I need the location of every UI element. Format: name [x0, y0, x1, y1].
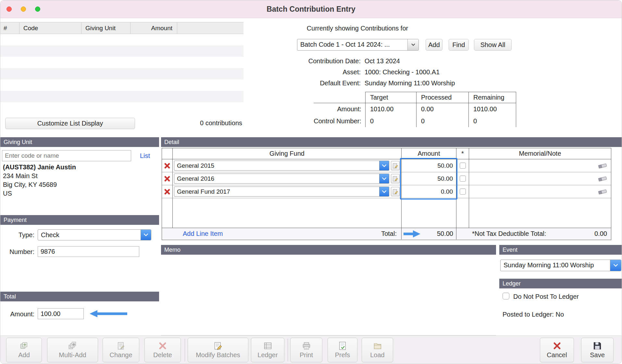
giving-unit-name: (AUST382) Janie Austin — [3, 164, 76, 171]
event-select[interactable]: Sunday Morning 11:00 Worship — [500, 260, 621, 271]
giving-fund-value: General 2016 — [174, 174, 379, 183]
total-section-header: Total — [0, 292, 159, 301]
detail-section-header: Detail — [161, 137, 622, 147]
batch-select[interactable]: Batch Code 1 - Oct 14 2024: ... — [297, 39, 419, 51]
modify-batches-button[interactable]: Modify Batches — [188, 338, 248, 362]
posted-to-ledger-status: Posted to Ledger: No — [503, 311, 564, 318]
not-tax-deductible-checkbox[interactable] — [460, 176, 466, 182]
asset-label: Asset: — [228, 68, 361, 76]
cancel-button[interactable]: Cancel — [540, 338, 574, 362]
list-row — [0, 102, 243, 114]
memorial-note-field[interactable] — [469, 185, 611, 198]
column-header-giving-unit[interactable]: Giving Unit — [81, 22, 131, 34]
summary-col-remaining: Remaining — [468, 92, 516, 103]
payment-type-select[interactable]: Check — [38, 229, 151, 240]
add-button-label: Add — [18, 351, 30, 359]
change-icon — [117, 341, 126, 350]
column-header-number[interactable]: # — [0, 22, 19, 34]
add-line-item-link[interactable]: Add Line Item — [183, 230, 223, 237]
cancel-icon — [553, 341, 562, 350]
load-button[interactable]: Load — [362, 338, 393, 362]
chevron-down-icon[interactable] — [379, 174, 389, 183]
memo-section-header: Memo — [161, 245, 496, 255]
chevron-down-icon[interactable] — [610, 260, 621, 271]
total-amount-pointer-arrow-icon — [90, 310, 127, 318]
memorial-note-field[interactable] — [469, 172, 611, 185]
giving-unit-list-link[interactable]: List — [140, 152, 150, 160]
not-tax-deductible-total-value: 0.00 — [594, 230, 607, 237]
giving-fund-select[interactable]: General 2016 — [174, 174, 389, 184]
detail-table: Giving Fund Amount * Memorial/Note Gener… — [162, 148, 611, 240]
prefs-button[interactable]: Prefs — [328, 338, 357, 362]
customize-list-display-button[interactable]: Customize List Display — [5, 118, 135, 129]
not-tax-deductible-checkbox[interactable] — [460, 163, 466, 169]
ledger-icon — [263, 341, 272, 350]
line-amount-field[interactable]: 50.00 — [401, 172, 456, 185]
list-row — [0, 79, 243, 91]
edit-note-icon — [392, 163, 398, 169]
fund-note-button[interactable] — [391, 187, 400, 196]
batch-show-all-button[interactable]: Show All — [474, 39, 512, 51]
giving-fund-select[interactable]: General Fund 2017 — [174, 187, 389, 197]
prefs-icon — [338, 341, 347, 350]
save-icon — [593, 341, 602, 350]
contribution-list-header: # Code Giving Unit Amount — [0, 22, 243, 34]
giving-unit-section-header: Giving Unit — [0, 137, 159, 147]
change-button-label: Change — [109, 351, 132, 359]
delete-line-button[interactable] — [162, 172, 172, 185]
summary-control-remaining: 0 — [468, 115, 516, 127]
memo-area — [161, 255, 496, 335]
eraser-icon — [598, 163, 607, 169]
chevron-down-icon[interactable] — [407, 39, 418, 50]
print-button[interactable]: Print — [290, 338, 322, 362]
memo-input[interactable] — [161, 255, 496, 335]
column-header-code[interactable]: Code — [19, 22, 81, 34]
modify-batches-icon — [214, 341, 223, 350]
delete-line-button[interactable] — [162, 159, 172, 172]
list-row — [0, 34, 243, 45]
detail-total-pointer-arrow-icon — [404, 230, 420, 238]
ledger-button[interactable]: Ledger — [251, 338, 284, 362]
not-tax-deductible-cell — [456, 185, 469, 198]
window-title: Batch Contribution Entry — [0, 0, 622, 18]
event-section-header: Event — [499, 245, 622, 255]
detail-header-amount: Amount — [401, 148, 456, 159]
do-not-post-to-ledger-checkbox[interactable] — [503, 293, 509, 299]
save-button[interactable]: Save — [581, 338, 614, 362]
batch-add-button[interactable]: Add — [426, 39, 442, 51]
batch-find-button[interactable]: Find — [449, 39, 469, 51]
total-amount-input[interactable] — [38, 308, 84, 319]
memorial-note-field[interactable] — [469, 159, 611, 172]
summary-amount-processed: 0.00 — [416, 103, 468, 115]
fund-note-button[interactable] — [391, 174, 400, 183]
ledger-section-header: Ledger — [499, 279, 622, 288]
chevron-down-icon[interactable] — [379, 161, 389, 170]
giving-unit-search-input[interactable] — [2, 150, 131, 161]
line-amount-field[interactable]: 50.00 — [401, 159, 456, 172]
giving-fund-cell: General 2015 — [172, 159, 401, 172]
default-event-label: Default Event: — [228, 79, 361, 87]
add-button[interactable]: Add — [6, 338, 42, 362]
column-header-amount[interactable]: Amount — [131, 22, 177, 34]
toolbar-separator — [288, 339, 288, 361]
change-button[interactable]: Change — [103, 338, 139, 362]
delete-button[interactable]: Delete — [144, 338, 181, 362]
line-amount-field[interactable]: 0.00 — [401, 185, 456, 198]
not-tax-deductible-checkbox[interactable] — [460, 188, 466, 195]
chevron-down-icon[interactable] — [379, 187, 389, 196]
detail-row: General 2016 50.00 — [162, 172, 611, 185]
currently-showing-label: Currently showing Contributions for — [286, 25, 429, 32]
giving-unit-address-line1: 234 Main St — [3, 172, 38, 180]
delete-line-button[interactable] — [162, 185, 172, 198]
multi-add-button[interactable]: Multi-Add — [47, 338, 98, 362]
fund-note-button[interactable] — [391, 161, 400, 170]
column-header-blank — [177, 22, 243, 34]
giving-fund-select[interactable]: General 2015 — [174, 161, 389, 171]
payment-number-input[interactable] — [38, 246, 139, 257]
batch-summary-table: Target Processed Remaining Amount: 1010.… — [314, 92, 516, 127]
eraser-icon — [598, 188, 607, 195]
delete-x-icon — [164, 162, 171, 169]
load-button-label: Load — [370, 351, 385, 359]
detail-footer: Add Line Item Total: 50.00 *Not Tax Dedu… — [162, 228, 611, 239]
chevron-down-icon[interactable] — [141, 230, 151, 240]
